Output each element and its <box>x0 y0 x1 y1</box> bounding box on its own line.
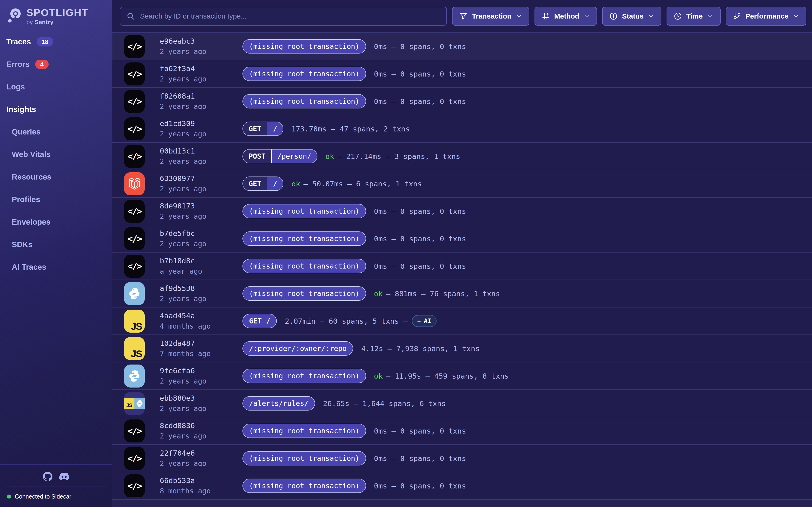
trace-stats: ok— 11.95s — 459 spans, 8 txns <box>374 372 509 380</box>
trace-id: b7de5fbc <box>160 230 243 237</box>
code-icon: </> <box>124 90 145 113</box>
connected-label: Connected to Sidecar <box>15 493 71 500</box>
trace-meta: 8cdd0836 2 years ago <box>160 422 243 440</box>
trace-id: 63300977 <box>160 175 243 182</box>
trace-meta: 00bd13c1 2 years ago <box>160 148 243 165</box>
trace-row[interactable]: JS ebb880e3 2 years ago /alerts/rules/ 2… <box>112 390 812 417</box>
trace-age: a year ago <box>160 268 243 275</box>
trace-stats: 0ms — 0 spans, 0 txns <box>374 70 466 78</box>
trace-age: 8 months ago <box>160 488 243 495</box>
trace-row[interactable]: </> 8cdd0836 2 years ago (missing root t… <box>112 417 812 445</box>
trace-age: 2 years ago <box>160 378 243 385</box>
github-icon[interactable] <box>43 471 53 482</box>
stats-text: 0ms — 0 spans, 0 txns <box>374 42 466 51</box>
trace-row[interactable]: 63300977 2 years ago GET / ok— 50.07ms —… <box>112 170 812 198</box>
trace-meta: ed1cd309 2 years ago <box>160 120 243 137</box>
trace-row[interactable]: JS 102da487 7 months ago /:provider/:own… <box>112 335 812 362</box>
trace-age: 2 years ago <box>160 158 243 165</box>
missing-root-transaction-badge: (missing root transaction) <box>243 424 366 438</box>
http-method: GET <box>243 122 267 135</box>
trace-id: 66db533a <box>160 477 243 484</box>
trace-stats: ok— 217.14ms — 3 spans, 1 txns <box>325 152 460 161</box>
transaction-path: / <box>267 177 283 190</box>
search-icon <box>126 12 135 20</box>
filter-status-button[interactable]: Status <box>602 7 661 25</box>
trace-meta: 22f704e6 2 years ago <box>160 449 243 467</box>
trace-stats: 0ms — 0 spans, 0 txns <box>374 97 466 106</box>
trace-age: 2 years ago <box>160 295 243 302</box>
connected-dot <box>7 495 11 499</box>
discord-icon[interactable] <box>59 471 69 482</box>
trace-age: 2 years ago <box>160 75 243 82</box>
stats-text: — 50.07ms — 6 spans, 1 txns <box>304 180 422 188</box>
trace-meta: 8de90173 2 years ago <box>160 202 243 220</box>
trace-meta: ebb880e3 2 years ago <box>160 395 243 412</box>
filter-performance-button[interactable]: Performance <box>726 7 806 25</box>
code-icon: </> <box>124 35 145 58</box>
sidebar-item-queries[interactable]: Queries <box>6 127 112 136</box>
trace-row[interactable]: </> b7b18d8c a year ago (missing root tr… <box>112 252 812 280</box>
trace-row[interactable]: </> 66db533a 8 months ago (missing root … <box>112 472 812 500</box>
trace-row[interactable]: af9d5538 2 years ago (missing root trans… <box>112 280 812 307</box>
app-title: SPOTLIGHT <box>26 7 88 18</box>
trace-row[interactable]: JS 4aad454a 4 months ago GET / 2.07min —… <box>112 307 812 335</box>
trace-row[interactable]: </> f82608a1 2 years ago (missing root t… <box>112 88 812 115</box>
search-input[interactable] <box>140 12 440 20</box>
python-icon <box>124 282 145 305</box>
status-ok: ok <box>325 152 334 161</box>
trace-row[interactable]: 9fe6cfa6 2 years ago (missing root trans… <box>112 362 812 390</box>
trace-row[interactable]: </> 00bd13c1 2 years ago POST /person/ o… <box>112 143 812 170</box>
trace-row[interactable]: </> fa62f3a4 2 years ago (missing root t… <box>112 60 812 88</box>
sidebar-item-web-vitals[interactable]: Web Vitals <box>6 150 112 159</box>
missing-root-transaction-badge: (missing root transaction) <box>243 39 366 54</box>
trace-meta: fa62f3a4 2 years ago <box>160 65 243 82</box>
trace-age: 4 months ago <box>160 323 243 330</box>
spotlight-logo-icon <box>7 7 22 24</box>
sidebar-section-insights[interactable]: Insights <box>6 105 112 114</box>
sidebar-item-errors[interactable]: Errors4 <box>6 60 112 69</box>
trace-stats: 0ms — 0 spans, 0 txns <box>374 207 466 216</box>
trace-id: e96eabc3 <box>160 38 243 45</box>
trace-row[interactable]: </> ed1cd309 2 years ago GET / 173.70ms … <box>112 115 812 143</box>
sidebar-item-ai-traces[interactable]: AI Traces <box>6 263 112 272</box>
trace-meta: b7b18d8c a year ago <box>160 257 243 275</box>
trace-meta: af9d5538 2 years ago <box>160 285 243 302</box>
clock-icon <box>674 12 682 20</box>
main-panel: Transaction Method Status Time Performan… <box>112 0 812 507</box>
trace-meta: b7de5fbc 2 years ago <box>160 230 243 247</box>
filter-method-button[interactable]: Method <box>535 7 597 25</box>
trace-id: 102da487 <box>160 340 243 347</box>
filter-transaction-button[interactable]: Transaction <box>452 7 529 25</box>
javascript-icon: JS <box>124 337 145 360</box>
chevron-down-icon <box>516 13 522 19</box>
trace-age: 2 years ago <box>160 103 243 110</box>
code-icon: </> <box>124 145 145 168</box>
sidebar-item-logs[interactable]: Logs <box>6 82 112 92</box>
trace-row[interactable]: </> e96eabc3 2 years ago (missing root t… <box>112 33 812 60</box>
missing-root-transaction-badge: (missing root transaction) <box>243 231 366 246</box>
sidebar-item-envelopes[interactable]: Envelopes <box>6 217 112 227</box>
sidebar-nav: Traces18 Errors4 LogsInsightsQueriesWeb … <box>0 37 112 272</box>
sidebar-item-resources[interactable]: Resources <box>6 172 112 182</box>
trace-row[interactable]: </> b7de5fbc 2 years ago (missing root t… <box>112 225 812 252</box>
trace-row[interactable]: </> 8de90173 2 years ago (missing root t… <box>112 198 812 225</box>
trace-stats: 0ms — 0 spans, 0 txns <box>374 482 466 490</box>
filter-time-button[interactable]: Time <box>667 7 720 25</box>
sidebar-item-sdks[interactable]: SDKs <box>6 240 112 249</box>
method-path-badge: GET / <box>243 176 283 191</box>
code-icon: </> <box>124 227 145 250</box>
stats-text: 0ms — 0 spans, 0 txns <box>374 454 466 463</box>
stats-text: 2.07min — 60 spans, 5 txns — <box>285 317 408 325</box>
trace-row[interactable]: </> 22f704e6 2 years ago (missing root t… <box>112 445 812 472</box>
sidebar-item-profiles[interactable]: Profiles <box>6 195 112 204</box>
trace-id: f82608a1 <box>160 93 243 100</box>
trace-meta: 63300977 2 years ago <box>160 175 243 192</box>
sidebar-item-traces[interactable]: Traces18 <box>6 37 112 47</box>
trace-age: 2 years ago <box>160 460 243 467</box>
stats-text: 0ms — 0 spans, 0 txns <box>374 482 466 490</box>
trace-age: 2 years ago <box>160 433 243 440</box>
chevron-down-icon <box>793 13 799 19</box>
missing-root-transaction-badge: (missing root transaction) <box>243 286 366 301</box>
chevron-down-icon <box>707 13 714 19</box>
trace-id: 22f704e6 <box>160 449 243 457</box>
